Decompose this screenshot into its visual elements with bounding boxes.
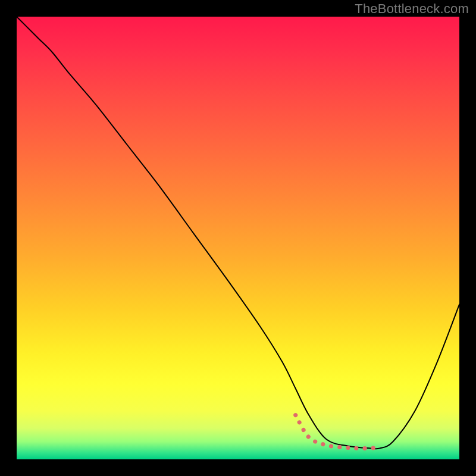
plot-area (17, 17, 459, 459)
gradient-bg (17, 17, 459, 459)
chart-frame: TheBottleneck.com (0, 0, 476, 476)
chart-svg (17, 17, 459, 459)
watermark-text: TheBottleneck.com (355, 1, 469, 17)
